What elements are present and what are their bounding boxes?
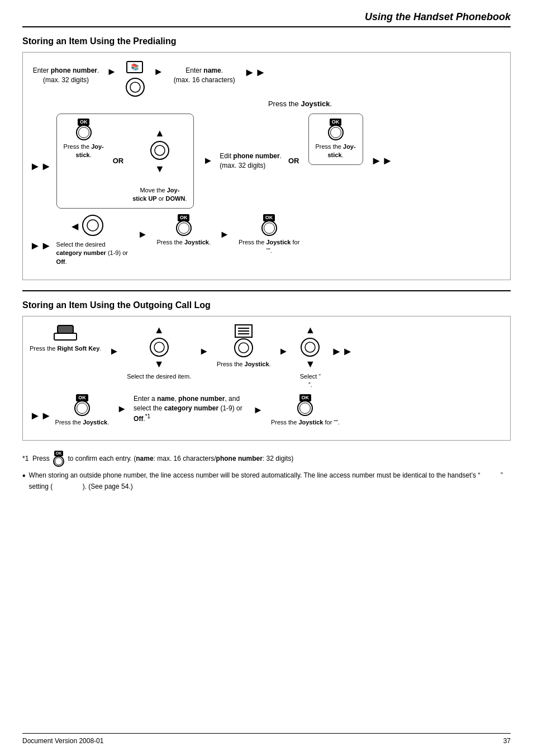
s1-phonebook-icon: 📚 [121,60,149,97]
double-arrow-entry: ►► [30,160,52,173]
svg-point-3 [130,82,140,92]
s1-enter-phone: Enter phone number. (max. 32 digits) [30,60,102,85]
svg-point-11 [154,342,164,352]
joystick-s2-svg [149,337,169,357]
s2-ok1: OK Press the Joystick. [55,394,110,427]
ok-icon4: OK [261,214,277,236]
s1-press-joystick-caption: Press the Joy-stick. [64,143,104,160]
joystick-list-svg [234,338,254,358]
arrow6: ► [109,346,119,357]
double-arrow3: ►► [331,345,353,358]
s2-press-joystick2: Press the Joystick. [55,418,110,427]
s1-joystick-left: ◀ Select the desired category number (1-… [56,214,129,266]
footer-page: 37 [503,737,511,745]
arrow7: ► [199,346,209,357]
header-title: Using the Handset Phonebook [365,11,511,22]
arrow4: ► [138,229,148,240]
s1-press-joystick3: Press the Joystick. [156,238,211,247]
s1-press-joystick-for: Press the Joystick for“”. [239,238,299,256]
s1-row1: Enter phone number. (max. 32 digits) ► 📚 [30,60,503,97]
arrow10: ► [253,404,263,416]
page: Using the Handset Phonebook Storing an I… [0,0,533,756]
s1-select-category: Select the desired category number (1-9)… [56,240,129,266]
footnote1: *1 Press OK to confirm each entry. (name… [22,451,511,467]
s1-ok-or-group: OK Press the Joy-stick. OR ▲ ▼ [56,114,194,209]
s2-ok2: OK Press the Joystick for “”. [271,394,340,427]
s1-ok-group2: OK Press the Joy-stick. [308,114,363,165]
s1-ok3: OK Press the Joystick. [156,214,211,247]
s2-softkey: Press the Right Soft Key. [30,324,101,353]
arrow9: ► [117,403,127,415]
softkey-svg [53,324,78,342]
joystick-left-svg [82,214,104,237]
section1-title: Storing an Item Using the Predialing [22,36,511,46]
ok-icon5: OK [74,394,90,416]
s2-row2: ►► OK Press the Joystick. ► Enter a name… [30,394,503,427]
s1-ok4: OK Press the Joystick for“”. [239,214,299,256]
footer-version: Document Version 2008-01 [22,737,103,745]
s2-row1: Press the Right Soft Key. ► ▲ ▼ Select t… [30,324,503,390]
arrow1: ► [107,66,117,78]
s1-joystick-updown: ▲ ▼ Move the Joy-stick UP or DOWN. [132,119,187,204]
s1-move-joystick-caption: Move the Joy-stick UP or DOWN. [132,186,187,204]
page-header: Using the Handset Phonebook [22,11,511,27]
bullet1: • When storing an outside phone number, … [22,470,511,492]
s1-ok2: OK Press the Joy-stick. [316,119,356,160]
s1-or: OR [113,157,124,165]
s1-row2: ►► OK Press the Joy-stick. OR ▲ [30,114,503,209]
joystick-s2b-svg [300,337,320,357]
arrow3: ► [203,155,213,167]
svg-rect-9 [54,333,77,340]
s1-ok-button: OK Press the Joy-stick. [64,119,104,160]
arrow2: ► [154,66,164,78]
phonebook-svg: 📚 [125,60,145,76]
s2-enter-group: ► Enter a name, phone number, and select… [112,394,245,424]
double-arrow-entry3: ►► [30,409,52,422]
s2-joystick1: ▲ ▼ Select the desired item. [127,324,191,381]
s2-press-right-soft: Press the Right Soft Key. [30,344,101,353]
arrow5: ► [220,229,230,240]
page-footer: Document Version 2008-01 37 [22,733,511,745]
double-arrow1: ►► [244,66,266,79]
joystick-svg1 [125,77,145,97]
svg-rect-8 [58,325,73,333]
section2-title: Storing an Item Using the Outgoing Call … [22,300,511,310]
double-arrow-entry2: ►► [30,239,52,252]
footnote-section: *1 Press OK to confirm each entry. (name… [22,451,511,492]
svg-point-5 [155,145,165,155]
svg-point-7 [87,220,98,231]
svg-text:📚: 📚 [130,63,139,71]
section1-diagram: Enter phone number. (max. 32 digits) ► 📚 [22,52,511,280]
ok-icon6: OK [297,394,313,416]
s2-press-joystick1: Press the Joystick. [217,360,271,368]
section2-diagram: Press the Right Soft Key. ► ▲ ▼ Select t… [22,316,511,441]
arrow8: ► [279,346,289,357]
s2-press-joystick-for2: Press the Joystick for “”. [271,418,340,427]
section-divider [22,290,511,291]
s1-enter-name: Enter name. (max. 16 characters) [168,60,241,85]
s1-edit-phone: Edit phone number. (max. 32 digits) [220,152,282,171]
s1-row3: ►► ◀ Select the desired category number … [30,214,503,266]
s2-enter-text: Enter a name, phone number, and select t… [134,394,245,424]
svg-point-13 [239,343,249,353]
s2-list-icon: Press the Joystick. [217,324,271,368]
joystick-ud-svg [150,140,170,160]
s2-select-quote: Select “”. [300,372,321,390]
s1-press-joystick-label: Press the Joystick. [97,100,503,108]
ok-icon-inline: OK [53,451,64,467]
double-arrow2: ►► [371,154,393,167]
svg-point-15 [305,342,315,352]
s2-select-desired: Select the desired item. [127,372,191,381]
s2-joystick2: ▲ ▼ Select “”. [296,324,324,390]
ok-icon3: OK [176,214,192,236]
ok-icon1: OK [76,119,92,140]
s1-or2: OR [288,157,299,165]
s1-press-joystick2-caption: Press the Joy-stick. [316,143,356,160]
ok-icon2: OK [328,119,344,140]
